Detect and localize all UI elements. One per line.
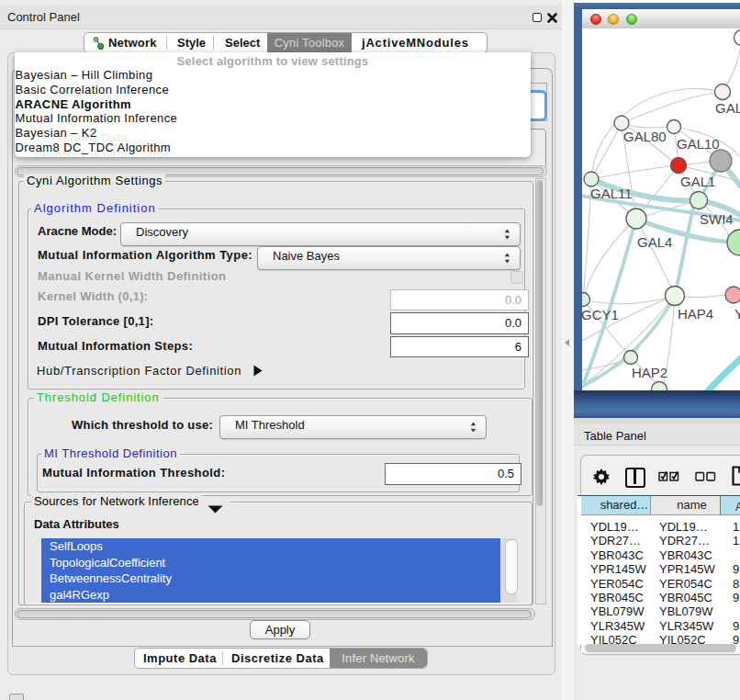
svg-text:GAL1: GAL1 (680, 174, 715, 189)
svg-text:HAP2: HAP2 (632, 365, 667, 380)
svg-text:GCY1: GCY1 (582, 307, 619, 322)
svg-text:GAL: GAL (715, 100, 740, 116)
svg-text:GAL4: GAL4 (637, 234, 672, 250)
svg-text:GAL80: GAL80 (623, 129, 667, 144)
svg-text:Y: Y (734, 306, 740, 322)
svg-text:HAP4: HAP4 (678, 306, 713, 322)
svg-text:GAL10: GAL10 (677, 136, 720, 152)
svg-text:GAL11: GAL11 (590, 186, 633, 201)
svg-text:SWI4: SWI4 (700, 211, 734, 227)
